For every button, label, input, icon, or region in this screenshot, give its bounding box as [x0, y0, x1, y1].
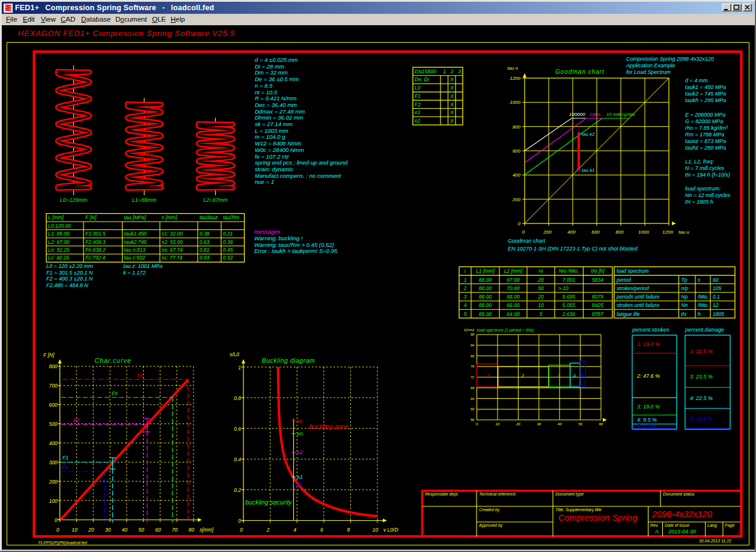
svg-text:0.36: 0.36: [223, 239, 233, 245]
svg-text:9.695: 9.695: [562, 294, 576, 300]
svg-text:tauk1:450: tauk1:450: [124, 231, 147, 237]
svg-text:Fc:732.4: Fc:732.4: [85, 255, 105, 261]
svg-text:EN 10270-1-SH (DIN 17223-1 Typ: EN 10270-1-SH (DIN 17223-1 Typ C) not sh…: [508, 246, 638, 252]
svg-text:X: X: [450, 118, 454, 124]
svg-text:sc: sc: [297, 417, 303, 424]
svg-text:1: 1: [238, 365, 241, 371]
svg-text:200: 200: [543, 229, 552, 235]
svg-text:Fn: Fn: [112, 390, 118, 396]
svg-text:F2 = 400.3 ±20.1 N: F2 = 400.3 ±20.1 N: [46, 276, 93, 282]
svg-text:tauk1 = 450 MPa: tauk1 = 450 MPa: [685, 84, 726, 90]
svg-text:200: 200: [512, 197, 521, 202]
svg-text:tauoz = 873 MPa: tauoz = 873 MPa: [685, 138, 726, 144]
svg-text:50: 50: [538, 285, 544, 291]
svg-text:taukh = 295 MPa: taukh = 295 MPa: [685, 97, 726, 103]
svg-text:0.45: 0.45: [223, 247, 233, 253]
svg-text:tau c:932: tau c:932: [124, 255, 145, 261]
svg-text:2013-04-30: 2013-04-30: [668, 529, 696, 535]
svg-text:7.001: 7.001: [562, 277, 576, 283]
svg-text:8: 8: [347, 527, 350, 533]
svg-text:Date of issue: Date of issue: [665, 523, 689, 527]
svg-text:Approved by: Approved by: [478, 523, 503, 528]
svg-text:X: X: [450, 93, 454, 99]
svg-text:0: 0: [240, 527, 243, 533]
svg-text:Ln: 52.26: Ln: 52.26: [48, 247, 70, 253]
svg-text:10: 10: [538, 302, 544, 308]
svg-text:88: 88: [471, 333, 475, 336]
svg-text:s1: s1: [297, 473, 303, 480]
svg-text:0.1: 0.1: [713, 294, 720, 300]
svg-text:67.00: 67.00: [507, 277, 520, 283]
svg-text:tauhz = 280 MPa: tauhz = 280 MPa: [685, 145, 726, 151]
svg-text:0: 0: [518, 221, 521, 226]
svg-text:s[mm]: s[mm]: [200, 527, 214, 533]
svg-text:1000: 1000: [510, 100, 520, 105]
svg-text:88.00: 88.00: [479, 277, 492, 283]
svg-text:1: 1: [443, 68, 446, 74]
svg-text:0.38: 0.38: [200, 231, 210, 237]
svg-text:Lc: 42.26: Lc: 42.26: [48, 255, 69, 261]
svg-text:F [N]: F [N]: [85, 214, 97, 220]
svg-text:4: 4: [293, 527, 296, 533]
svg-text:2098-4x32x120: 2098-4x32x120: [651, 509, 712, 519]
svg-text:/Mio.: /Mio.: [697, 294, 709, 300]
svg-text:L0:120.00: L0:120.00: [48, 223, 71, 229]
svg-text:Buckling diagram: Buckling diagram: [262, 357, 316, 364]
svg-text:5: 5: [540, 311, 543, 317]
svg-text:n/p: n/p: [681, 285, 689, 291]
svg-text:Document status: Document status: [663, 492, 695, 496]
svg-text:L2: 67.00: L2: 67.00: [48, 239, 70, 245]
svg-text:50: 50: [138, 527, 144, 533]
svg-text:F2: F2: [73, 417, 79, 423]
svg-text:0.93: 0.93: [200, 255, 210, 261]
svg-text:buckling zone: buckling zone: [309, 423, 348, 430]
svg-text:tauk2:745: tauk2:745: [124, 239, 147, 245]
svg-text:W12 = 8408 Nmm: W12 = 8408 Nmm: [255, 140, 301, 147]
svg-text:88.00: 88.00: [479, 311, 492, 317]
svg-text:30: 30: [105, 527, 111, 533]
svg-text:12: 12: [713, 302, 719, 308]
svg-text:tau z: 1001 MPa: tau z: 1001 MPa: [123, 263, 163, 269]
svg-text:tau u: tau u: [678, 229, 689, 235]
svg-text:Document type: Document type: [555, 492, 584, 497]
svg-text:0: 0: [476, 422, 478, 426]
svg-text:tN: tN: [681, 311, 687, 317]
svg-text:60: 60: [155, 527, 161, 533]
svg-text:s: s: [698, 277, 701, 283]
svg-text:50: 50: [578, 422, 582, 426]
svg-text:> 10: > 10: [558, 285, 569, 291]
svg-text:Lang.: Lang.: [707, 523, 718, 528]
svg-text:60: 60: [599, 422, 603, 426]
svg-text:700: 700: [49, 383, 57, 389]
svg-text:0: 0: [238, 518, 241, 524]
svg-text:strokes until failure: strokes until failure: [617, 302, 659, 308]
svg-text:10 mill.cycles: 10 mill.cycles: [606, 112, 635, 117]
svg-text:L1, L2, freq:: L1, L2, freq:: [685, 159, 715, 165]
svg-text:Warning: tauc/Rm > 0.45 (0.52): Warning: tauc/Rm > 0.45 (0.52): [254, 241, 334, 248]
svg-text:1805: 1805: [713, 311, 724, 317]
svg-text:0.81: 0.81: [200, 247, 210, 253]
svg-text:0.6: 0.6: [234, 426, 241, 432]
svg-text:70: 70: [172, 527, 178, 533]
svg-text:1Mio.: 1Mio.: [590, 112, 602, 117]
svg-text:200: 200: [48, 479, 57, 485]
svg-text:Nn: Nn: [681, 302, 688, 308]
svg-text:4: 4: [464, 302, 467, 308]
svg-text:sn: sn: [297, 430, 303, 437]
svg-text:72: 72: [471, 375, 474, 379]
svg-text:Fc: Fc: [138, 372, 144, 378]
svg-text:300: 300: [49, 459, 57, 466]
svg-text:Compression Spring: Compression Spring: [558, 513, 637, 523]
svg-text:1200: 1200: [662, 229, 673, 235]
svg-text:G = 82000 MPa: G = 82000 MPa: [685, 118, 723, 124]
svg-text:F1 = 301.5 ±20.1 N: F1 = 301.5 ±20.1 N: [46, 270, 93, 276]
svg-text:Created by: Created by: [479, 508, 500, 512]
svg-text:400: 400: [513, 172, 521, 178]
svg-text:60: 60: [471, 407, 475, 411]
svg-text:88.00: 88.00: [479, 294, 492, 300]
svg-text:Nni /Mio.: Nni /Mio.: [559, 268, 579, 274]
svg-text:fatigue life: fatigue life: [617, 311, 640, 317]
svg-text:64.00: 64.00: [507, 311, 520, 317]
svg-text:5: 21.6 %: 5: 21.6 %: [690, 416, 713, 422]
svg-text:0.8: 0.8: [234, 395, 241, 401]
